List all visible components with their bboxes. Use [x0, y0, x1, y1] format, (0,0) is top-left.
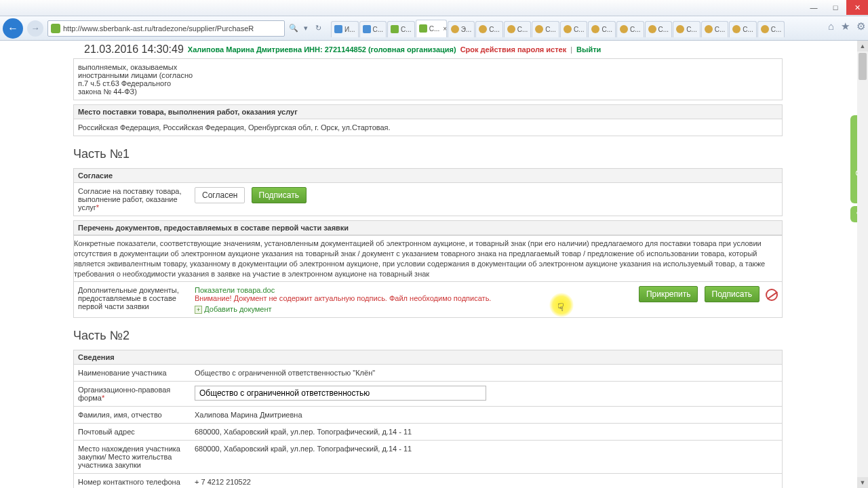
server-datetime: 21.03.2016 14:30:49 — [84, 43, 184, 56]
tab-favicon — [761, 25, 769, 33]
tab-favicon — [479, 25, 487, 33]
attach-button[interactable]: Прикрепить — [639, 286, 698, 302]
logout-link[interactable]: Выйти — [576, 45, 601, 54]
tab-label: И... — [344, 26, 355, 33]
close-button[interactable]: ✕ — [846, 0, 868, 15]
refresh-icon[interactable]: ↻ — [312, 24, 324, 33]
browser-tab[interactable]: С... — [475, 21, 503, 37]
legal-form-input[interactable] — [195, 386, 486, 401]
tab-favicon — [391, 25, 399, 33]
tab-label: С... — [401, 26, 412, 33]
tab-label: С... — [715, 26, 726, 33]
separator-icon: ▾ — [300, 24, 312, 33]
consent-section-head: Согласие — [73, 168, 783, 183]
details-section-head: Сведения — [73, 350, 783, 365]
tab-label: С... — [630, 26, 641, 33]
tools-icon[interactable]: ⚙ — [856, 20, 865, 33]
tab-label: С... — [517, 26, 528, 33]
browser-tab[interactable]: С... — [729, 21, 757, 37]
browser-tab[interactable]: С... — [387, 21, 415, 37]
fio-value: Халипова Марина Дмитриевна — [195, 411, 778, 419]
browser-tabs: И...С...С...С...×Э...С...С...С...С...С..… — [331, 20, 785, 37]
page-header: 21.03.2016 14:30:49 Халипова Марина Дмит… — [0, 41, 868, 58]
add-document-link[interactable]: +Добавить документ — [195, 305, 632, 313]
tab-favicon — [732, 25, 741, 33]
browser-tab[interactable]: С... — [616, 21, 644, 37]
tab-favicon — [507, 25, 515, 33]
home-icon[interactable]: ⌂ — [828, 20, 834, 33]
minimize-button[interactable]: — — [803, 0, 825, 15]
prohibit-icon[interactable] — [766, 289, 778, 301]
docs-section-head: Перечень документов, предоставляемых в с… — [73, 220, 783, 235]
tab-favicon — [451, 25, 459, 33]
docs-description: Конкретные показатели, соответствующие з… — [73, 235, 783, 282]
browser-tab[interactable]: С... — [701, 21, 729, 37]
tab-label: С... — [429, 25, 440, 33]
participant-name-value: Общество с ограниченной ответственностью… — [195, 369, 778, 377]
postal-address-label: Почтовый адрес — [78, 428, 195, 436]
scroll-up-arrow[interactable]: ▲ — [857, 41, 868, 52]
url-text: http://www.sberbank-ast.ru/tradezone/sup… — [63, 24, 254, 33]
additional-docs-label: Дополнительные документы, предоставляемы… — [78, 286, 195, 313]
part2-title: Часть №2 — [73, 329, 783, 343]
browser-tab[interactable]: С... — [645, 21, 673, 37]
tab-favicon — [535, 25, 543, 33]
search-icon[interactable]: 🔍 — [288, 24, 300, 33]
sign-document-button[interactable]: Подписать — [705, 286, 760, 302]
current-user: Халипова Марина Дмитриевна ИНН: 27211448… — [188, 45, 456, 54]
postal-address-value: 680000, Хабаровский край, ул.пер. Топогр… — [195, 428, 778, 436]
scroll-down-arrow[interactable]: ▼ — [857, 477, 868, 488]
forward-button[interactable]: → — [27, 20, 43, 37]
tab-label: С... — [489, 26, 500, 33]
site-favicon — [51, 24, 60, 33]
sign-consent-button[interactable]: Подписать — [252, 187, 307, 203]
address-bar[interactable]: http://www.sberbank-ast.ru/tradezone/sup… — [47, 20, 285, 37]
tab-label: С... — [743, 26, 753, 33]
delivery-section-head: Место поставки товара, выполнения работ,… — [73, 104, 783, 119]
tab-label: С... — [658, 26, 669, 33]
tab-label: С... — [686, 26, 697, 33]
browser-tab[interactable]: И... — [331, 21, 359, 37]
browser-toolbar: ← → http://www.sberbank-ast.ru/tradezone… — [0, 16, 868, 41]
delivery-value: Российская Федерация, Российская Федерац… — [78, 123, 778, 131]
tab-close-icon[interactable]: × — [443, 25, 446, 33]
tab-favicon — [419, 24, 427, 33]
participant-name-label: Наименование участника — [78, 369, 195, 377]
location-label: Место нахождения участника закупки/ Мест… — [78, 445, 195, 469]
legal-form-label: Организационно-правовая форма* — [78, 386, 195, 402]
browser-tab[interactable]: С... — [560, 21, 588, 37]
tab-favicon — [648, 25, 656, 33]
scrollbar-thumb[interactable] — [859, 53, 867, 80]
tab-favicon — [564, 25, 572, 33]
location-value: 680000, Хабаровский край, ул.пер. Топогр… — [195, 445, 778, 469]
tab-label: С... — [601, 26, 612, 33]
password-expired-notice: Срок действия пароля истек — [460, 45, 567, 54]
signature-warning: Внимание! Документ не содержит актуальну… — [195, 294, 632, 302]
back-button[interactable]: ← — [3, 18, 23, 39]
browser-tab[interactable]: Э... — [448, 21, 475, 37]
browser-tab[interactable]: С... — [757, 21, 785, 37]
tab-label: С... — [771, 26, 782, 33]
browser-tab[interactable]: С... — [588, 21, 616, 37]
browser-tab[interactable]: С... — [504, 21, 532, 37]
browser-tab[interactable]: С... — [359, 21, 387, 37]
consent-controls: Согласен Подписать — [195, 187, 778, 211]
consent-value-box: Согласен — [195, 187, 245, 203]
attached-document-link[interactable]: Показатели товара.doc — [195, 286, 632, 294]
favorites-icon[interactable]: ★ — [841, 20, 850, 33]
window-titlebar: — □ ✕ — [0, 0, 868, 16]
browser-tab[interactable]: С...× — [416, 20, 447, 37]
tab-favicon — [705, 25, 713, 33]
part1-title: Часть №1 — [73, 147, 783, 161]
phone-value: + 7 4212 210522 — [195, 478, 778, 486]
vertical-scrollbar[interactable]: ▲ ▼ — [857, 41, 868, 488]
phone-label: Номер контактного телефона — [78, 478, 195, 486]
maximize-button[interactable]: □ — [825, 0, 846, 15]
main-content: выполняемых, оказываемых иностранными ли… — [73, 58, 783, 488]
tab-favicon — [620, 25, 628, 33]
consent-label: Согласие на поставку товара, выполнение … — [78, 187, 195, 211]
browser-tab[interactable]: С... — [532, 21, 559, 37]
browser-tab[interactable]: С... — [673, 21, 701, 37]
top-fragment-text: выполняемых, оказываемых иностранными ли… — [78, 63, 195, 96]
tab-favicon — [334, 25, 342, 33]
